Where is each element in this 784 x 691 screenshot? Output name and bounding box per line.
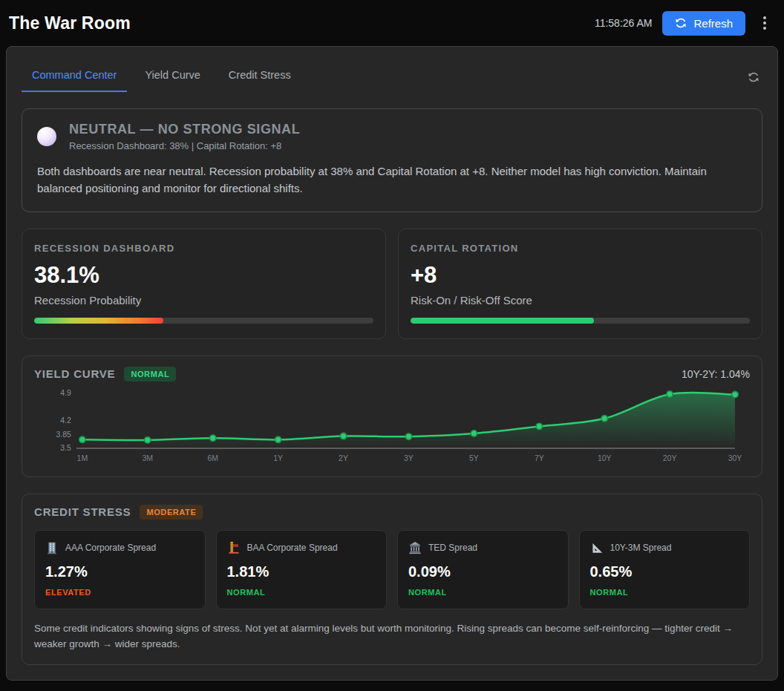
credit-stress-status-badge: MODERATE xyxy=(140,505,203,520)
svg-text:3.85: 3.85 xyxy=(56,430,72,438)
recession-dashboard-card: RECESSION DASHBOARD 38.1% Recession Prob… xyxy=(22,229,386,339)
ten-y-three-m-spread-card: 10Y-3M Spread 0.65% NORMAL xyxy=(579,530,751,609)
office-building-icon xyxy=(45,541,59,554)
svg-text:2Y: 2Y xyxy=(339,453,348,462)
rotation-score-value: +8 xyxy=(411,262,750,289)
refresh-button[interactable]: Refresh xyxy=(662,11,745,36)
refresh-button-label: Refresh xyxy=(693,17,733,30)
aaa-spread-card: AAA Corporate Spread 1.27% ELEVATED xyxy=(34,530,206,609)
ted-spread-value: 0.09% xyxy=(408,563,558,580)
svg-text:4.9: 4.9 xyxy=(60,389,71,397)
more-options-menu-icon[interactable] xyxy=(756,12,774,34)
svg-text:3Y: 3Y xyxy=(404,453,414,462)
neutral-signal-orb-icon xyxy=(37,127,56,146)
baa-spread-value: 1.81% xyxy=(227,563,376,580)
ten-two-spread-value: 10Y-2Y: 1.04% xyxy=(682,368,750,380)
rotation-card-sublabel: Risk-On / Risk-Off Score xyxy=(411,294,750,307)
signal-title: NEUTRAL — NO STRONG SIGNAL xyxy=(69,122,300,137)
ted-spread-status: NORMAL xyxy=(408,588,558,597)
tab-command-center[interactable]: Command Center xyxy=(22,69,127,92)
svg-text:4.2: 4.2 xyxy=(60,416,71,425)
signal-summary-box: NEUTRAL — NO STRONG SIGNAL Recession Das… xyxy=(22,108,762,212)
credit-stress-title: CREDIT STRESS xyxy=(34,505,131,518)
signal-description: Both dashboards are near neutral. Recess… xyxy=(37,163,735,197)
yield-curve-title: YIELD CURVE xyxy=(34,367,115,380)
rotation-progress-track xyxy=(411,318,750,324)
aaa-spread-status: ELEVATED xyxy=(45,588,195,597)
svg-text:6M: 6M xyxy=(207,453,218,462)
signal-subtitle: Recession Dashboard: 38% | Capital Rotat… xyxy=(69,140,300,151)
tab-refresh-icon[interactable] xyxy=(745,71,762,92)
metric-cards-row: RECESSION DASHBOARD 38.1% Recession Prob… xyxy=(22,229,762,339)
ted-spread-card: TED Spread 0.09% NORMAL xyxy=(397,530,569,609)
credit-indicator-grid: AAA Corporate Spread 1.27% ELEVATED xyxy=(34,530,750,609)
tab-yield-curve[interactable]: Yield Curve xyxy=(134,69,210,92)
clock-time: 11:58:26 AM xyxy=(595,17,653,29)
svg-text:1M: 1M xyxy=(77,453,88,462)
ten-y-three-m-spread-value: 0.65% xyxy=(590,563,739,580)
rotation-card-label: CAPITAL ROTATION xyxy=(411,243,750,254)
svg-text:3M: 3M xyxy=(143,453,154,462)
aaa-spread-value: 1.27% xyxy=(45,563,195,580)
baa-spread-card: BAA Corporate Spread 1.81% NORMAL xyxy=(216,530,388,609)
triangle-ruler-icon xyxy=(590,541,604,554)
ted-spread-label: TED Spread xyxy=(428,543,477,553)
svg-text:3.5: 3.5 xyxy=(60,444,71,452)
svg-text:7Y: 7Y xyxy=(535,453,544,462)
svg-text:1Y: 1Y xyxy=(273,453,283,462)
recession-card-sublabel: Recession Probability xyxy=(34,294,373,307)
aaa-spread-label: AAA Corporate Spread xyxy=(65,543,156,553)
credit-stress-panel: CREDIT STRESS MODERATE xyxy=(22,494,762,665)
capital-rotation-card: CAPITAL ROTATION +8 Risk-On / Risk-Off S… xyxy=(398,229,762,339)
recession-progress-track xyxy=(34,318,373,324)
yield-curve-chart: 3.53.854.24.91M3M6M1Y2Y3Y5Y7Y10Y20Y30Y xyxy=(34,384,750,468)
recession-probability-value: 38.1% xyxy=(34,262,373,289)
svg-text:20Y: 20Y xyxy=(663,453,677,462)
app-header: The War Room 11:58:26 AM Refresh xyxy=(0,0,784,46)
ten-y-three-m-spread-status: NORMAL xyxy=(590,588,739,597)
recession-progress-fill xyxy=(34,318,163,324)
bank-icon xyxy=(408,541,422,554)
baa-spread-status: NORMAL xyxy=(227,588,376,597)
main-panel: Command Center Yield Curve Credit Stress… xyxy=(6,46,778,681)
svg-text:10Y: 10Y xyxy=(598,453,612,462)
tab-bar: Command Center Yield Curve Credit Stress xyxy=(22,47,762,92)
svg-text:30Y: 30Y xyxy=(728,453,742,462)
recession-card-label: RECESSION DASHBOARD xyxy=(34,243,373,254)
svg-text:5Y: 5Y xyxy=(469,453,479,462)
page-title: The War Room xyxy=(9,13,131,33)
ten-y-three-m-spread-label: 10Y-3M Spread xyxy=(610,543,672,553)
yield-curve-panel: YIELD CURVE NORMAL 10Y-2Y: 1.04% 3.53.85… xyxy=(22,356,762,477)
tab-credit-stress[interactable]: Credit Stress xyxy=(218,69,301,92)
credit-stress-note: Some credit indicators showing signs of … xyxy=(34,620,750,655)
baa-spread-label: BAA Corporate Spread xyxy=(247,543,338,553)
yield-curve-status-badge: NORMAL xyxy=(124,367,176,381)
rotation-progress-fill xyxy=(411,318,594,324)
construction-icon xyxy=(227,541,241,554)
refresh-icon xyxy=(675,17,687,29)
